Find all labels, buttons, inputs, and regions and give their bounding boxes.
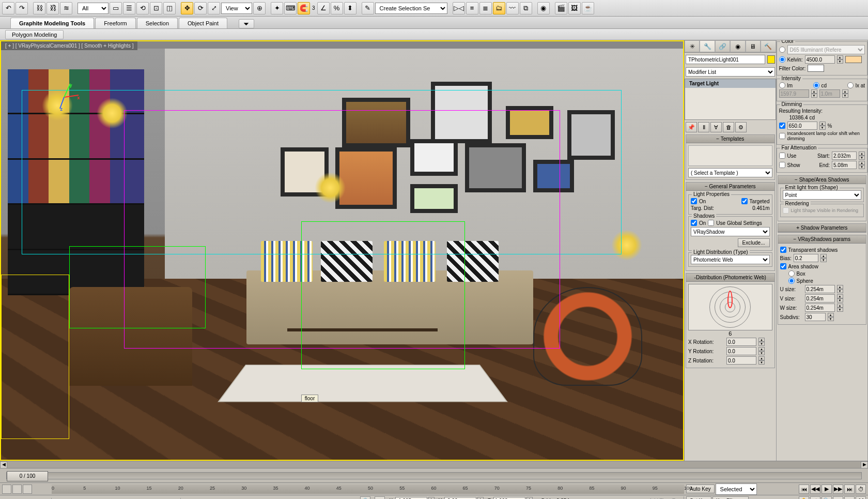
key-filters-button[interactable]: Key Filters... bbox=[712, 496, 749, 499]
transform-type-in-button[interactable]: ⊕ bbox=[375, 496, 385, 500]
key-mode-button[interactable] bbox=[12, 485, 22, 494]
filter-color-swatch[interactable] bbox=[808, 65, 824, 72]
coord-z-input[interactable] bbox=[493, 497, 525, 500]
kelvin-radio[interactable] bbox=[779, 56, 785, 63]
remove-modifier-button[interactable]: 🗑 bbox=[723, 122, 734, 132]
atten-show-checkbox[interactable] bbox=[779, 162, 785, 168]
coord-y-input[interactable] bbox=[444, 497, 476, 500]
targeted-checkbox[interactable] bbox=[741, 198, 748, 204]
subdivs-input[interactable] bbox=[805, 313, 826, 321]
transform-gizmo[interactable]: x y z bbox=[49, 82, 80, 113]
viewport-label[interactable]: [ + ] [ VRayPhysicalCamera001 ] [ Smooth… bbox=[1, 41, 137, 50]
dimming-enable-checkbox[interactable] bbox=[779, 123, 785, 129]
maximize-viewport-button[interactable]: ⛶ bbox=[856, 496, 866, 500]
link-button[interactable]: ⛓ bbox=[33, 2, 45, 14]
key-target-dropdown[interactable]: Selected bbox=[716, 483, 757, 495]
layers-button[interactable]: ≣ bbox=[479, 2, 492, 14]
show-end-result-button[interactable]: Ⅱ bbox=[698, 122, 709, 132]
tab-freeform[interactable]: Freeform bbox=[95, 18, 136, 28]
viewport[interactable]: [ + ] [ VRayPhysicalCamera001 ] [ Smooth… bbox=[0, 40, 684, 461]
exclude-button[interactable]: Exclude... bbox=[738, 238, 770, 247]
subtab-polygon-modeling[interactable]: Polygon Modeling bbox=[5, 30, 64, 39]
zoom-view-button[interactable]: 🔍 bbox=[822, 496, 832, 500]
window-crossing-button[interactable]: ⊡ bbox=[150, 2, 162, 14]
tab-object-paint[interactable]: Object Paint bbox=[179, 18, 227, 28]
u-size-input[interactable] bbox=[805, 285, 835, 293]
undo-button[interactable]: ↶ bbox=[2, 2, 14, 14]
coord-y-spinner[interactable]: ▲▼ bbox=[477, 497, 484, 500]
emit-shape-dropdown[interactable]: Point bbox=[783, 190, 862, 200]
angle-snap-button[interactable]: ∠ bbox=[317, 2, 330, 14]
shadow-type-dropdown[interactable]: VRayShadow bbox=[691, 227, 770, 236]
transparent-shadows-checkbox[interactable] bbox=[780, 247, 786, 253]
incandescent-checkbox[interactable] bbox=[779, 133, 785, 139]
atten-end-input[interactable] bbox=[832, 161, 857, 169]
select-rotate-button[interactable]: ⟳ bbox=[194, 2, 207, 14]
named-selection-dropdown[interactable]: Create Selection Se bbox=[375, 3, 447, 14]
set-key-mode-button[interactable] bbox=[2, 485, 11, 494]
curve-editor-button[interactable]: 〰 bbox=[506, 2, 519, 14]
box-radio[interactable] bbox=[788, 270, 795, 277]
atten-start-spinner[interactable]: ▲▼ bbox=[859, 152, 865, 160]
time-slider-track[interactable]: 0 / 100 bbox=[6, 472, 862, 479]
spinner-snap-button[interactable]: ⬍ bbox=[344, 2, 357, 14]
goto-end-button[interactable]: ⏭ bbox=[844, 485, 855, 494]
area-shadow-checkbox[interactable] bbox=[780, 263, 786, 269]
orbit-view-button[interactable]: ⟲ bbox=[810, 496, 820, 500]
kelvin-input[interactable] bbox=[805, 55, 835, 64]
atten-use-checkbox[interactable] bbox=[779, 153, 785, 159]
intensity-spinner[interactable]: ▲▼ bbox=[811, 89, 817, 98]
cd-radio[interactable] bbox=[813, 82, 819, 88]
play-button[interactable]: ▶ bbox=[822, 485, 832, 494]
redo-button[interactable]: ↷ bbox=[16, 2, 28, 14]
lm-radio[interactable] bbox=[779, 82, 785, 88]
tab-selection[interactable]: Selection bbox=[137, 18, 178, 28]
render-frame-button[interactable]: 🖼 bbox=[568, 2, 581, 14]
photometric-web-preview[interactable] bbox=[688, 284, 772, 330]
select-scale-button[interactable]: ⤢ bbox=[208, 2, 220, 14]
viewport-scrollbar[interactable]: ◀ ▶ bbox=[0, 461, 868, 468]
modifier-list-dropdown[interactable]: Modifier List bbox=[686, 67, 775, 77]
coord-z-spinner[interactable]: ▲▼ bbox=[526, 497, 533, 500]
motion-tab[interactable]: ◉ bbox=[730, 40, 745, 52]
light-on-checkbox[interactable] bbox=[691, 198, 697, 204]
select-region-button[interactable]: ⟲ bbox=[136, 2, 149, 14]
paint-select-button[interactable]: ◫ bbox=[163, 2, 176, 14]
display-tab[interactable]: 🖥 bbox=[746, 40, 761, 52]
kelvin-swatch[interactable] bbox=[845, 56, 862, 63]
lx-radio[interactable] bbox=[847, 82, 854, 88]
manipulate-button[interactable]: ✦ bbox=[271, 2, 283, 14]
hierarchy-tab[interactable]: 🔗 bbox=[715, 40, 730, 52]
coord-x-spinner[interactable]: ▲▼ bbox=[428, 497, 435, 500]
configure-sets-button[interactable]: ⚙ bbox=[735, 122, 747, 132]
goto-start-button[interactable]: ⏮ bbox=[799, 485, 809, 494]
named-sel-button[interactable]: ✎ bbox=[362, 2, 374, 14]
bind-spacewarp-button[interactable]: ≋ bbox=[60, 2, 72, 14]
utilities-tab[interactable]: 🔨 bbox=[761, 40, 776, 52]
z-rotation-spinner[interactable]: ▲▼ bbox=[758, 356, 765, 365]
u-size-spinner[interactable]: ▲▼ bbox=[837, 285, 843, 293]
use-global-checkbox[interactable] bbox=[708, 220, 714, 226]
align-button[interactable]: ≡ bbox=[466, 2, 478, 14]
bias-spinner[interactable]: ▲▼ bbox=[820, 254, 827, 262]
ref-coord-dropdown[interactable]: View bbox=[221, 3, 252, 14]
dimming-spinner[interactable]: ▲▼ bbox=[819, 122, 826, 130]
dimming-percent-input[interactable] bbox=[787, 122, 817, 130]
lock-selection-button[interactable]: 🔒 bbox=[360, 496, 370, 500]
snap-toggle-button[interactable]: 🧲 bbox=[298, 2, 310, 14]
unlink-button[interactable]: ⛓̸ bbox=[47, 2, 59, 14]
select-move-button[interactable]: ✥ bbox=[181, 2, 193, 14]
light-dist-dropdown[interactable]: Photometric Web bbox=[691, 255, 770, 264]
fov-button[interactable]: ◿ bbox=[844, 496, 855, 500]
render-button[interactable]: ☕ bbox=[582, 2, 594, 14]
modify-tab[interactable]: 🔧 bbox=[700, 40, 715, 52]
next-frame-button[interactable]: ▶▶ bbox=[833, 485, 843, 494]
shape-shadows-header[interactable]: Shape/Area Shadows bbox=[778, 176, 866, 184]
z-rotation-input[interactable] bbox=[726, 356, 756, 365]
zoom-extents-button[interactable]: ⊡ bbox=[833, 496, 843, 500]
frame-ruler[interactable]: 0510152025303540455055606570758085909510… bbox=[52, 485, 684, 494]
create-tab[interactable]: ✳ bbox=[685, 40, 700, 52]
y-rotation-input[interactable] bbox=[726, 347, 756, 355]
object-color-swatch[interactable] bbox=[767, 55, 774, 64]
selection-filter-dropdown[interactable]: All bbox=[78, 3, 109, 14]
